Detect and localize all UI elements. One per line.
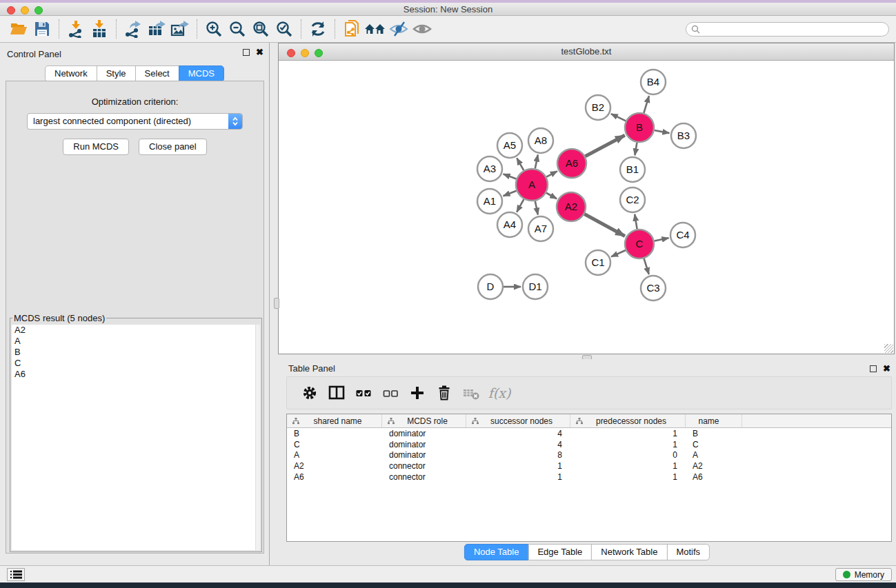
select-all-icon[interactable] [353, 381, 374, 405]
mcds-result-list[interactable]: A2ABCA6 [12, 325, 260, 550]
close-window-button[interactable] [7, 6, 15, 14]
tab-style[interactable]: Style [97, 65, 136, 82]
deselect-all-icon[interactable] [380, 381, 401, 405]
new-network-from-file-icon[interactable] [340, 18, 364, 40]
edge-A-A1[interactable] [504, 191, 517, 196]
node-label-D: D [487, 281, 495, 292]
zoom-selected-icon[interactable] [272, 18, 296, 40]
export-image-icon[interactable] [168, 18, 192, 40]
tab-node-table[interactable]: Node Table [464, 544, 529, 560]
hide-selected-icon[interactable] [387, 18, 410, 40]
table-row[interactable]: A2connector11A2 [287, 460, 891, 472]
import-network-icon[interactable] [64, 18, 88, 40]
float-table-panel-icon[interactable] [870, 365, 877, 372]
desktop-background [0, 582, 896, 588]
import-table-icon[interactable] [88, 18, 111, 40]
minimize-window-button[interactable] [21, 6, 29, 14]
memory-button[interactable]: Memory [835, 568, 892, 581]
home-icon[interactable] [364, 18, 387, 40]
edge-C-C3[interactable] [644, 258, 649, 274]
export-network-icon[interactable] [121, 18, 145, 40]
function-builder-icon[interactable]: f(x) [488, 381, 508, 405]
zoom-in-icon[interactable] [202, 18, 226, 40]
edge-B-B2[interactable] [611, 114, 626, 121]
edge-A6-B[interactable] [585, 135, 624, 156]
column-header[interactable]: shared name [287, 414, 382, 427]
table-cell: connector [382, 472, 466, 482]
open-session-icon[interactable] [7, 18, 30, 40]
table-cell: 1 [570, 461, 686, 471]
float-panel-icon[interactable] [243, 49, 250, 56]
mcds-result-item[interactable]: A2 [12, 325, 260, 336]
network-window-titlebar[interactable]: testGlobe.txt [279, 43, 894, 61]
edge-B-B3[interactable] [655, 130, 670, 133]
column-header[interactable]: predecessor nodes [570, 414, 686, 427]
delete-table-icon[interactable] [461, 381, 481, 405]
edge-A2-C[interactable] [584, 214, 625, 236]
node-table[interactable]: shared nameMCDS rolesuccessor nodesprede… [286, 414, 892, 542]
edge-A-A3[interactable] [504, 174, 517, 179]
mcds-result-item[interactable]: A [12, 336, 260, 347]
node-label-B2: B2 [592, 101, 604, 113]
edge-A-A2[interactable] [546, 193, 557, 199]
edge-B-B4[interactable] [644, 96, 649, 113]
node-label-C2: C2 [626, 194, 639, 205]
search-input[interactable] [703, 25, 879, 34]
edge-C-C2[interactable] [635, 214, 637, 230]
optimization-criterion-select[interactable]: largest connected component (directed) [27, 113, 243, 130]
node-label-C4: C4 [676, 229, 689, 241]
zoom-network-button[interactable] [315, 49, 323, 57]
zoom-out-icon[interactable] [226, 18, 249, 40]
table-row[interactable]: A6connector11A6 [287, 472, 891, 483]
zoom-fit-icon[interactable] [249, 18, 272, 40]
save-session-icon[interactable] [30, 18, 54, 40]
column-header[interactable]: MCDS role [382, 414, 466, 427]
edge-C-C4[interactable] [655, 238, 669, 241]
edge-A-A4[interactable] [517, 199, 524, 212]
edge-A-A5[interactable] [517, 158, 524, 170]
export-table-icon[interactable] [145, 18, 168, 40]
mcds-result-item[interactable]: A6 [12, 369, 260, 380]
app-titlebar: Session: New Session [0, 3, 896, 16]
edge-A-A7[interactable] [535, 201, 538, 215]
table-row[interactable]: Bdominator41B [287, 428, 891, 439]
table-cell: A2 [287, 461, 382, 471]
delete-column-icon[interactable] [434, 381, 455, 405]
tab-edge-table[interactable]: Edge Table [528, 544, 592, 560]
column-header[interactable]: name [686, 414, 742, 427]
table-row[interactable]: Cdominator41C [287, 439, 891, 450]
table-settings-gear-icon[interactable] [299, 381, 320, 405]
column-header[interactable]: successor nodes [466, 414, 570, 427]
task-history-button[interactable] [7, 568, 25, 581]
status-bar: Memory [0, 565, 896, 582]
split-handle-vertical[interactable] [274, 298, 279, 309]
close-panel-icon[interactable]: ✖ [256, 49, 263, 56]
show-all-icon[interactable] [410, 18, 434, 40]
table-row[interactable]: Adominator80A [287, 449, 891, 460]
edge-A-A8[interactable] [535, 155, 538, 169]
show-columns-icon[interactable] [326, 381, 347, 405]
mcds-result-item[interactable]: B [12, 347, 260, 358]
close-network-button[interactable] [287, 49, 295, 57]
close-table-panel-icon[interactable]: ✖ [883, 365, 890, 372]
window-resize-grip[interactable] [884, 344, 893, 353]
create-column-icon[interactable] [407, 381, 428, 405]
network-canvas[interactable]: B4B2BB3B1A5A8A6A3AA1A4A7A2C2CC4C1C3DD1 [279, 61, 894, 354]
mcds-result-item[interactable]: C [12, 358, 260, 369]
tab-select[interactable]: Select [135, 65, 179, 82]
run-mcds-button[interactable]: Run MCDS [63, 139, 129, 155]
apply-layout-icon[interactable] [306, 18, 330, 40]
search-field[interactable] [686, 22, 889, 37]
edge-B-B1[interactable] [635, 143, 637, 156]
tab-mcds[interactable]: MCDS [179, 65, 224, 82]
close-panel-button[interactable]: Close panel [139, 139, 207, 155]
minimize-network-button[interactable] [301, 49, 309, 57]
zoom-window-button[interactable] [34, 6, 43, 14]
tab-network[interactable]: Network [45, 65, 97, 82]
edge-A-A6[interactable] [546, 171, 557, 176]
table-cell: dominator [382, 450, 466, 460]
tab-motifs[interactable]: Motifs [666, 544, 710, 560]
edge-C-C1[interactable] [611, 250, 626, 256]
tab-network-table[interactable]: Network Table [591, 544, 667, 560]
list-scrollbar[interactable] [255, 325, 260, 550]
